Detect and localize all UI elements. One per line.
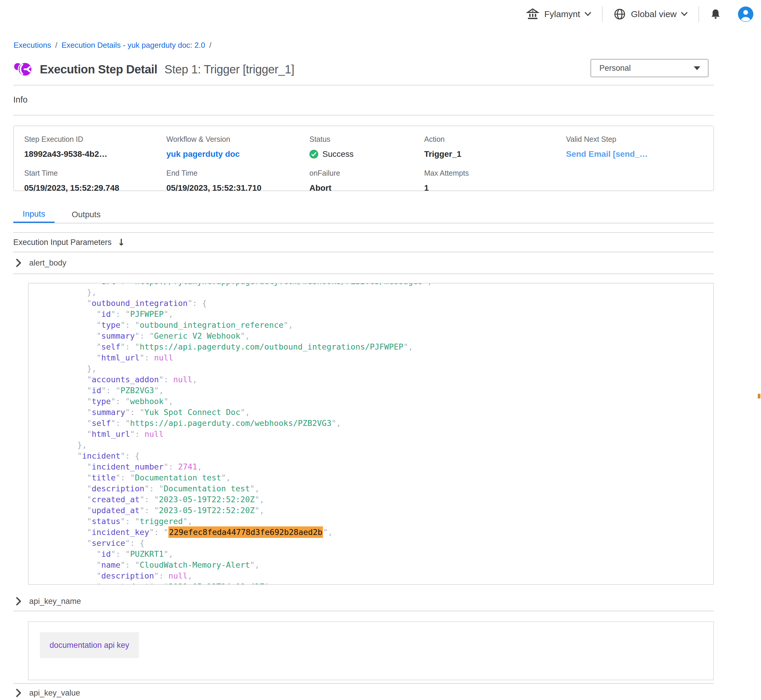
section-alert-body[interactable]: alert_body bbox=[13, 252, 714, 274]
field-value[interactable]: yuk pagerduty doc bbox=[166, 149, 309, 159]
code-token: " bbox=[97, 331, 101, 341]
chevron-down-icon bbox=[584, 12, 591, 17]
download-icon[interactable]: ↓ bbox=[117, 237, 125, 248]
code-token: " bbox=[87, 375, 92, 384]
scope-select-value: Personal bbox=[599, 64, 631, 73]
code-token: Yuk Spot Connect Doc bbox=[144, 408, 240, 417]
code-token: , bbox=[188, 517, 192, 526]
code-token: url bbox=[101, 283, 116, 286]
field-value: 05/19/2023, 15:52:31.710 bbox=[166, 183, 309, 193]
code-token: " bbox=[87, 506, 92, 515]
view-switcher[interactable]: Global view bbox=[613, 8, 688, 20]
code-token bbox=[173, 462, 178, 471]
section-api-key-name[interactable]: api_key_name bbox=[13, 592, 714, 611]
notifications-button[interactable] bbox=[710, 8, 722, 20]
code-token: Documentation test bbox=[164, 484, 250, 493]
code-token bbox=[58, 342, 97, 352]
code-token: " bbox=[87, 419, 92, 428]
code-token: https://api.pagerduty.com/webhooks/PZB2V… bbox=[130, 419, 332, 428]
code-token bbox=[121, 397, 125, 406]
tab-inputs[interactable]: Inputs bbox=[13, 206, 55, 223]
code-token: : bbox=[168, 462, 173, 471]
code-token bbox=[58, 549, 97, 559]
code-token: " bbox=[121, 451, 125, 460]
code-token: , bbox=[168, 309, 173, 319]
code-token: { bbox=[139, 539, 144, 548]
code-token: , bbox=[192, 375, 197, 384]
page-subtitle: Step 1: Trigger [trigger_1] bbox=[164, 63, 294, 76]
code-token: " bbox=[149, 582, 154, 585]
code-token bbox=[58, 473, 87, 482]
breadcrumb-link[interactable]: Execution Details - yuk pagerduty doc: 2… bbox=[61, 41, 205, 50]
code-token: " bbox=[323, 528, 328, 537]
info-row: Start Time05/19/2023, 15:52:29.748End Ti… bbox=[24, 169, 713, 193]
code-token: " bbox=[283, 320, 288, 330]
scope-select[interactable]: Personal bbox=[590, 59, 708, 77]
breadcrumb-link[interactable]: Executions bbox=[14, 41, 51, 50]
json-code: "url": "https://fylamynt.app.pagerduty.c… bbox=[28, 283, 713, 585]
code-token bbox=[58, 364, 87, 373]
code-token: " bbox=[125, 549, 130, 559]
code-token: " bbox=[164, 549, 168, 559]
field-value: 18992a43-9538-4b2… bbox=[24, 149, 166, 159]
code-token bbox=[58, 283, 97, 286]
code-token: " bbox=[97, 571, 101, 580]
code-token: https://api.pagerduty.com/outbound_integ… bbox=[139, 342, 403, 352]
info-heading: Info bbox=[13, 95, 27, 105]
code-token: : bbox=[125, 517, 130, 526]
info-field-valid-next-step: Valid Next StepSend Email [send_… bbox=[566, 135, 713, 159]
code-token bbox=[135, 408, 139, 417]
field-label: Start Time bbox=[24, 169, 166, 177]
code-token: " bbox=[135, 320, 139, 330]
code-token: " bbox=[135, 342, 139, 352]
code-token: Documentation test bbox=[135, 473, 221, 482]
api-key-name-panel: documentation api key bbox=[28, 621, 714, 680]
section-api-key-value[interactable]: api_key_value bbox=[13, 683, 714, 700]
code-token bbox=[58, 495, 87, 504]
info-field-action: ActionTrigger_1 bbox=[424, 135, 566, 159]
avatar[interactable] bbox=[738, 6, 753, 22]
code-token: 2741 bbox=[178, 462, 197, 471]
code-token bbox=[58, 353, 97, 362]
code-token: null bbox=[168, 571, 188, 580]
code-token: " bbox=[240, 408, 245, 417]
code-token: : bbox=[154, 528, 159, 537]
page: Fylamynt Global view bbox=[0, 0, 761, 700]
breadcrumb: Executions/Execution Details - yuk pager… bbox=[14, 41, 211, 50]
code-token bbox=[58, 582, 97, 585]
scrollbar-find-marker[interactable] bbox=[758, 394, 760, 398]
code-token bbox=[149, 506, 154, 515]
code-token: Generic V2 Webhook bbox=[154, 331, 240, 341]
code-token: description bbox=[92, 484, 144, 493]
code-token: " bbox=[164, 528, 168, 537]
code-token: created_at bbox=[101, 582, 149, 585]
field-value[interactable]: Send Email [send_… bbox=[566, 149, 713, 159]
code-token: : bbox=[130, 408, 135, 417]
code-token: , bbox=[197, 462, 202, 471]
code-token: " bbox=[97, 309, 101, 319]
code-token: " bbox=[87, 397, 92, 406]
breadcrumb-separator: / bbox=[209, 41, 211, 50]
code-token: " bbox=[164, 462, 168, 471]
code-token: " bbox=[332, 419, 336, 428]
field-value: 1 bbox=[424, 183, 566, 193]
code-token: " bbox=[255, 495, 260, 504]
json-code-viewer[interactable]: "url": "https://fylamynt.app.pagerduty.c… bbox=[28, 283, 714, 585]
user-avatar-icon bbox=[738, 6, 753, 22]
code-token: null bbox=[154, 353, 173, 362]
code-token bbox=[58, 298, 87, 308]
code-token bbox=[164, 571, 168, 580]
tab-outputs[interactable]: Outputs bbox=[69, 206, 103, 223]
code-token: " bbox=[121, 342, 125, 352]
code-token: , bbox=[269, 582, 274, 585]
code-token bbox=[58, 560, 97, 569]
divider bbox=[13, 115, 714, 116]
code-token: , bbox=[188, 571, 192, 580]
code-token bbox=[111, 386, 116, 395]
code-token: html_url bbox=[101, 353, 139, 362]
code-token: " bbox=[139, 506, 144, 515]
code-token: summary bbox=[92, 408, 125, 417]
org-switcher[interactable]: Fylamynt bbox=[526, 7, 591, 21]
code-token: , bbox=[245, 408, 250, 417]
code-token: 2023-05-19T22:52:20Z bbox=[159, 495, 255, 504]
